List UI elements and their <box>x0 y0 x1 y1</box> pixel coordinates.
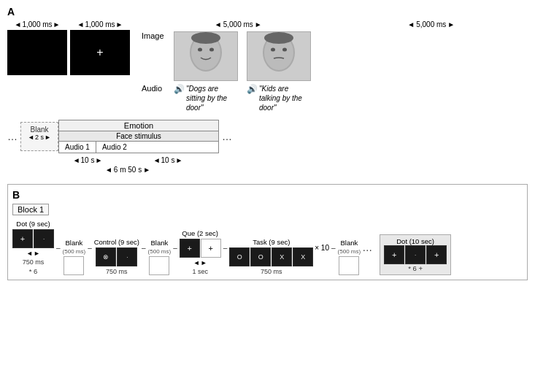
que-timing-arrow: ◄ ► <box>193 259 207 266</box>
emotion-inner: Face stimulus Audio 1 Audio 2 <box>59 131 218 153</box>
timing-bars: ◄ 10 s ► ◄ 10 s ► <box>47 156 528 174</box>
b-time-que: 1 sec <box>192 268 208 275</box>
arrow-4: – <box>172 244 178 252</box>
section-a-top: ◄ 1,000 ms ► ◄ 1,000 ms ► <box>7 20 528 112</box>
right-panels: ◄ 5,000 ms ► ◄ 5,000 ms ► Image <box>142 20 528 112</box>
total-timing: ◄ 6 m 50 s ► <box>47 166 208 174</box>
timing-col-2: ◄ 1,000 ms ► <box>70 20 130 28</box>
b-label-blank2: Blank <box>150 239 168 247</box>
svg-point-11 <box>264 32 293 44</box>
audio-cells: Audio 1 Audio 2 <box>59 142 218 153</box>
audio-text-1: "Dogs are sitting by the door" <box>186 84 238 112</box>
face-stimulus-label: Face stimulus <box>59 131 218 142</box>
b-label-blank1-sub: (500 ms) <box>63 248 86 255</box>
emotion-header: Emotion <box>59 120 218 131</box>
emotion-box: Emotion Face stimulus Audio 1 Audio 2 <box>58 120 219 153</box>
b-dots-mid: … <box>362 242 372 253</box>
b-label-blank1: Blank <box>65 239 82 247</box>
mini-screen-task-4: X <box>293 247 313 266</box>
mini-screen-dot2-3: + <box>426 245 447 264</box>
arrow-1: – <box>55 244 61 252</box>
b-item-control: Control (9 sec) ⊗ · 750 ms <box>94 238 139 275</box>
b-item-dot: Dot (9 sec) + · ◄ ► 750 ms * 6 <box>12 220 54 275</box>
audio-text-2: "Kids are talking by the door" <box>259 84 311 112</box>
section-b: B Block 1 Dot (9 sec) + · ◄ ► 750 ms * 6… <box>7 184 528 280</box>
face-svg-2 <box>247 32 310 80</box>
screen-group-left: ◄ 1,000 ms ► ◄ 1,000 ms ► <box>7 20 130 75</box>
arrow-5: – <box>223 244 228 252</box>
image-label: Image <box>142 31 168 40</box>
b-screens-control: ⊗ · <box>96 247 137 266</box>
svg-point-9 <box>271 48 275 52</box>
timing-seg-1: ◄ 10 s ► <box>47 156 128 164</box>
b-label-blank3: Blank <box>340 239 358 247</box>
multiply-10: × 10 <box>315 244 329 252</box>
b-item-blank3: Blank (500 ms) <box>338 239 361 275</box>
mini-screen-blank3 <box>339 256 359 275</box>
mini-screen-dot2-2: · <box>405 245 426 264</box>
face-svg-1 <box>174 32 237 80</box>
dot2-count: * 6 + <box>408 264 423 272</box>
b-item-que: Que (2 sec) + + ◄ ► 1 sec <box>180 229 221 275</box>
section-a-label: A <box>7 6 528 18</box>
b-item-blank2: Blank (500 ms) <box>148 239 172 275</box>
arrow-2: – <box>87 244 93 252</box>
audio-row: Audio 🔊 "Dogs are sitting by the door" 🔊… <box>142 84 528 112</box>
b-label-control: Control (9 sec) <box>94 238 139 246</box>
timing-image1: ◄ 5,000 ms ► <box>215 20 262 28</box>
face-image-2 <box>247 31 311 81</box>
blank-box: Blank ◄ 2 s ► <box>20 122 58 151</box>
b-timeline: Dot (9 sec) + · ◄ ► 750 ms * 6 – Blank (… <box>12 220 523 275</box>
speaker-icon-1: 🔊 <box>174 84 185 94</box>
dot-count: * 6 <box>29 267 38 275</box>
mini-screen-control-1: ⊗ <box>96 247 116 266</box>
mini-screen-task-3: X <box>272 247 292 266</box>
section-a: A ◄ 1,000 ms ► ◄ 1, <box>7 6 528 174</box>
mini-screen-task-1: O <box>229 247 250 266</box>
black-screen-2: + <box>70 30 130 75</box>
face-image-1 <box>174 31 238 81</box>
timing-image2: ◄ 5,000 ms ► <box>407 20 455 28</box>
b-item-task: Task (9 sec) O O X X 750 ms <box>229 238 313 275</box>
audio-box-1: 🔊 "Dogs are sitting by the door" <box>174 84 238 112</box>
mini-screen-que-2: + <box>201 239 221 258</box>
blank-label: Blank <box>30 126 48 134</box>
svg-point-3 <box>198 48 202 52</box>
image-row: Image <box>142 31 528 81</box>
audio1-cell: Audio 1 <box>59 142 96 153</box>
mini-screen-blank2 <box>149 256 169 275</box>
black-screen-1 <box>7 30 67 75</box>
audio-label: Audio <box>142 84 168 93</box>
mini-screen-dot-1: + <box>12 229 33 248</box>
dots-right: … <box>222 131 232 142</box>
diagram-box-row: … Blank ◄ 2 s ► Emotion Face stimulus <box>7 120 528 153</box>
two-screens: + <box>7 30 130 75</box>
b-label-dot2: Dot (10 sec) <box>396 237 434 245</box>
crosshair-symbol: + <box>96 46 103 59</box>
time-labels-top: ◄ 5,000 ms ► ◄ 5,000 ms ► <box>142 20 528 28</box>
svg-point-5 <box>191 32 220 44</box>
mini-screen-dot2-1: + <box>384 245 404 264</box>
b-label-blank2-sub: (500 ms) <box>148 248 172 255</box>
b-time-control: 750 ms <box>106 268 128 275</box>
b-time-task: 750 ms <box>261 268 282 275</box>
mini-screen-dot-2: · <box>34 229 54 248</box>
block-label-box: Block 1 <box>12 204 49 215</box>
mini-screen-control-2: · <box>117 247 137 266</box>
b-screens-task: O O X X <box>229 247 313 266</box>
b-screens-dot: + · <box>12 229 54 248</box>
main-container: A ◄ 1,000 ms ► ◄ 1, <box>0 0 535 392</box>
b-label-blank3-sub: (500 ms) <box>338 248 361 255</box>
section-b-label: B <box>12 189 523 201</box>
timing-seg-2: ◄ 10 s ► <box>128 156 208 164</box>
blank-timing: ◄ 2 s ► <box>28 134 51 141</box>
speaker-icon-2: 🔊 <box>247 84 258 94</box>
svg-point-10 <box>282 48 287 52</box>
mini-screen-que-1: + <box>180 239 200 258</box>
b-label-task: Task (9 sec) <box>253 238 290 246</box>
arrow-3: – <box>141 244 147 252</box>
mini-screen-task-2: O <box>250 247 271 266</box>
dot-timing-arrow: ◄ ► <box>26 250 40 257</box>
timing-two-segments: ◄ 10 s ► ◄ 10 s ► <box>47 156 528 164</box>
audio2-cell: Audio 2 <box>96 142 133 153</box>
